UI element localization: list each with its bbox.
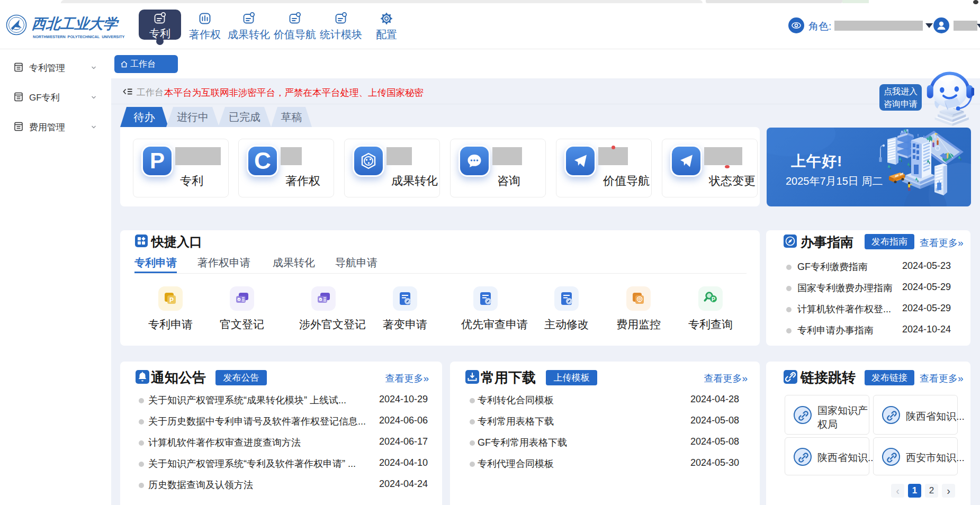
svg-text:P: P bbox=[712, 296, 715, 302]
svg-text:P: P bbox=[169, 296, 174, 304]
